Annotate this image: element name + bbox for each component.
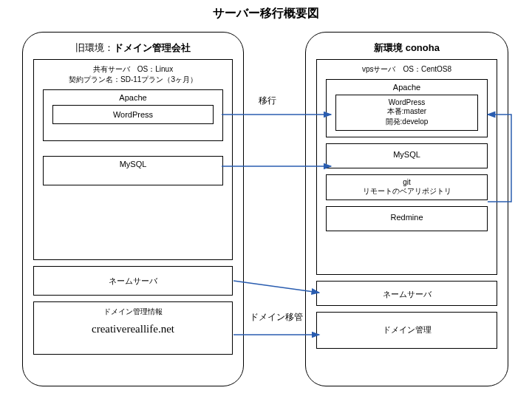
old-wordpress-label: WordPress — [58, 110, 208, 119]
new-nameserver-label: ネームサーバ — [323, 289, 491, 300]
new-mysql-box: MySQL — [326, 143, 488, 168]
old-domain-box: ドメイン管理情報 creativereallife.net — [33, 301, 233, 355]
new-apache-label: Apache — [331, 83, 482, 92]
edge-label-migrate: 移行 — [257, 95, 278, 107]
new-wp-l3: 開発:develop — [339, 117, 474, 127]
old-environment: 旧環境：ドメイン管理会社 共有サーバ OS：Linux 契約プラン名：SD-11… — [22, 32, 244, 386]
new-domain-label: ドメイン管理 — [323, 324, 491, 335]
new-server-box: vpsサーバ OS：CentOS8 Apache WordPress 本番:ma… — [316, 59, 497, 275]
new-wp-l2: 本番:master — [339, 106, 474, 117]
new-redmine-label: Redmine — [331, 213, 482, 222]
new-environment: 新環境 conoha vpsサーバ OS：CentOS8 Apache Word… — [305, 32, 508, 386]
old-server-line2: 契約プラン名：SD-11プラン（3ヶ月） — [40, 75, 226, 85]
new-git-box: git リモートのベアリポジトリ — [326, 174, 488, 200]
new-domain-box: ドメイン管理 — [316, 312, 497, 349]
old-apache-label: Apache — [48, 93, 218, 102]
old-domain-name: creativereallife.net — [40, 323, 226, 335]
new-apache-box: Apache WordPress 本番:master 開発:develop — [326, 79, 488, 137]
old-mysql-label: MySQL — [48, 160, 218, 168]
old-server-box: 共有サーバ OS：Linux 契約プラン名：SD-11プラン（3ヶ月） Apac… — [33, 59, 233, 260]
old-env-title-bold: ドメイン管理会社 — [114, 42, 191, 53]
new-redmine-box: Redmine — [326, 206, 488, 231]
edge-label-domain-transfer: ドメイン移管 — [248, 311, 304, 324]
new-wp-l1: WordPress — [339, 98, 474, 106]
old-apache-box: Apache WordPress — [43, 89, 223, 141]
old-wordpress-box: WordPress — [52, 105, 214, 124]
new-env-title: 新環境 conoha — [316, 41, 497, 55]
new-nameserver-box: ネームサーバ — [316, 281, 497, 306]
old-server-line1: 共有サーバ OS：Linux — [40, 64, 226, 75]
diagram-title: サーバー移行概要図 — [0, 0, 532, 24]
new-git-l1: git — [330, 178, 484, 186]
old-nameserver-label: ネームサーバ — [40, 276, 226, 287]
old-mysql-box: MySQL — [43, 156, 223, 185]
old-env-title: 旧環境：ドメイン管理会社 — [33, 41, 233, 55]
new-git-l2: リモートのベアリポジトリ — [330, 186, 484, 197]
old-env-title-prefix: 旧環境： — [75, 42, 114, 53]
old-nameserver-box: ネームサーバ — [33, 266, 233, 296]
diagram-stage: 旧環境：ドメイン管理会社 共有サーバ OS：Linux 契約プラン名：SD-11… — [0, 24, 532, 394]
new-mysql-label: MySQL — [331, 150, 482, 159]
new-server-line1: vpsサーバ OS：CentOS8 — [323, 64, 491, 75]
old-domain-title: ドメイン管理情報 — [40, 307, 226, 317]
new-wordpress-box: WordPress 本番:master 開発:develop — [335, 95, 478, 131]
